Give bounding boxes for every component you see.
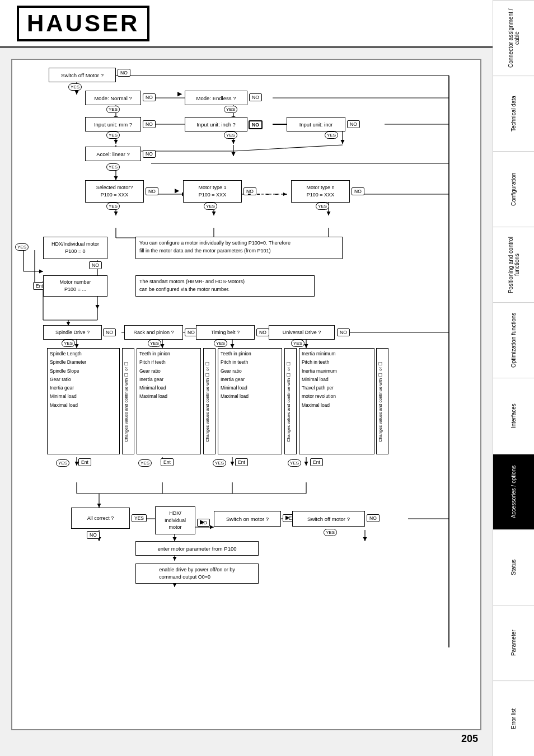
universal-params-list: Inertia minimum Pitch in teeth Inertia m…	[299, 348, 374, 454]
ent-badge-spindle-list: Ent	[78, 458, 91, 466]
no-badge-switch-off: NO	[118, 69, 130, 77]
changes-values-2: Changes values and continue with ☐ or ☐	[203, 348, 216, 454]
changes-values-4: Changes values and continue with ☐ or ☐	[376, 348, 388, 454]
header: HAUSER	[0, 0, 493, 48]
yes-badge-rack: YES	[148, 340, 161, 347]
hdx-individual-box: HDX/Individual motorP100 = 0	[43, 237, 107, 259]
no-badge-input-inch: NO	[249, 120, 263, 129]
yes-badge-spindle-list: YES	[56, 459, 69, 467]
yes-badge-motor-type1: YES	[204, 203, 217, 210]
changes-values-3: Changes values and continue with ☐ or ☐	[284, 348, 297, 454]
enable-drive-box: enable drive by power off/on or bycomman…	[135, 564, 259, 584]
flowchart: Switch off Motor ? NO YES Mode: Normal ?…	[11, 59, 481, 730]
mode-normal-box: Mode: Normal ?	[85, 91, 141, 105]
no-badge-accel: NO	[143, 150, 156, 158]
yes-badge-selected-motor: YES	[106, 203, 120, 210]
yes-badge-mode-normal: YES	[106, 106, 120, 113]
sidebar-item-parameter[interactable]: Parameter	[493, 605, 534, 680]
yes-badge-mode-endless: YES	[224, 106, 237, 113]
motor-type1-box: Motor type 1P100 = XXX	[183, 180, 242, 203]
timing-params-list: Teeth in pinion Pitch in teeth Gear rati…	[218, 348, 282, 454]
yes-badge-switch-off: YES	[68, 83, 82, 91]
hdx-individual-motor-box: HDX/Individualmotor	[155, 506, 195, 534]
sidebar-item-interfaces[interactable]: Interfaces	[493, 378, 534, 453]
mode-endless-box: Mode: Endless ?	[185, 91, 247, 105]
page-number: 205	[461, 733, 478, 745]
hauser-logo: HAUSER	[17, 6, 149, 41]
input-inch-box: Input unit: inch ?	[185, 117, 247, 132]
all-correct-box: All correct ?	[71, 508, 130, 529]
no-badge-selected-motor: NO	[146, 187, 158, 195]
yes-badge-input-mm: YES	[106, 132, 120, 139]
yes-badge-input-inch: YES	[224, 132, 237, 139]
sidebar-item-technical[interactable]: Technical data	[493, 76, 534, 151]
yes-badge-all-correct: YES	[132, 514, 147, 522]
no-badge-mode-endless: NO	[249, 93, 262, 101]
yes-badge-rack-list: YES	[138, 459, 152, 467]
yes-badge-universal: YES	[291, 340, 305, 347]
yes-badge-timing-list: YES	[213, 459, 226, 467]
spindle-params-list: Spindle Length Spindle Diameter Spindle …	[47, 348, 120, 454]
ent-badge-universal-list: Ent	[310, 458, 323, 466]
motor-number-box: Motor numberP100 = ...	[43, 275, 107, 297]
no-badge-switch-off2: NO	[367, 514, 380, 522]
right-sidebar: Connector assignment / cable Technical d…	[493, 0, 534, 756]
yes-badge-spindle: YES	[62, 340, 75, 347]
yes-badge-motor-typen: YES	[316, 203, 329, 210]
yes-badge-switch-off2: YES	[324, 529, 337, 536]
no-badge-universal: NO	[337, 328, 350, 336]
standart-motors-text: The standart motors (HBMR- and HDS-Motor…	[135, 275, 315, 297]
universal-drive-box: Universal Drive ?	[269, 325, 335, 340]
switch-off-motor2-box: Switch off motor ?	[292, 511, 365, 527]
svg-line-15	[233, 145, 343, 151]
ent-badge-timing-list: Ent	[235, 458, 248, 466]
sidebar-item-positioning[interactable]: Positioning and control functions	[493, 227, 534, 302]
timing-belt-box: Timing belt ?	[196, 325, 255, 340]
yes-badge-accel: YES	[106, 163, 120, 171]
hdx-config-text: You can configure a motor individually b…	[135, 237, 343, 259]
sidebar-item-status[interactable]: Status	[493, 529, 534, 605]
yes-badge-input-incr: YES	[325, 132, 338, 139]
yes-badge-hdx-entry: YES	[15, 243, 29, 251]
selected-motor-box: Selected motor?P100 = XXX	[85, 180, 144, 203]
yes-badge-timing: YES	[214, 340, 227, 347]
switch-off-motor-box: Switch off Motor ?	[49, 68, 116, 82]
sidebar-item-errorlist[interactable]: Error list	[493, 680, 534, 756]
switch-on-motor-box: Switch on motor ?	[214, 511, 281, 527]
motor-typen-box: Motor type nP100 = XXX	[291, 180, 350, 203]
no-badge-input-incr: NO	[347, 120, 360, 128]
ent-badge-rack-list: Ent	[161, 458, 174, 466]
input-incr-box: Input unit: incr	[287, 117, 345, 132]
sidebar-item-optimization[interactable]: Optimization functions	[493, 302, 534, 378]
no-badge-motor-typen: NO	[352, 187, 364, 195]
sidebar-item-accessories[interactable]: Accessories / options	[493, 454, 534, 529]
no-badge-timing: NO	[256, 328, 269, 336]
no-badge-all-correct: NO	[87, 531, 100, 539]
enter-motor-param-box: enter motor parameter from P100	[135, 541, 259, 556]
input-mm-box: Input unit: mm ?	[85, 117, 141, 132]
accel-linear-box: Accel: linear ?	[85, 147, 141, 161]
main-content: Switch off Motor ? NO YES Mode: Normal ?…	[0, 48, 493, 756]
sidebar-item-connector[interactable]: Connector assignment / cable	[493, 0, 534, 76]
no-badge-input-mm: NO	[143, 120, 156, 128]
rack-params-list: Teeth in pinion Pitch if teeth Gear rati…	[137, 348, 201, 454]
changes-values-1: Changes values and continue with ☐ or ☐	[122, 348, 134, 454]
spindle-drive-box: Spindle Drive ?	[43, 325, 102, 340]
sidebar-item-configuration[interactable]: Configuration	[493, 151, 534, 227]
no-badge-spindle: NO	[103, 328, 116, 336]
rack-pinion-box: Rack and pinion ?	[124, 325, 183, 340]
no-badge-hdx: NO	[89, 261, 102, 269]
yes-badge-universal-list: YES	[288, 459, 301, 467]
no-badge-mode-normal: NO	[143, 93, 156, 101]
